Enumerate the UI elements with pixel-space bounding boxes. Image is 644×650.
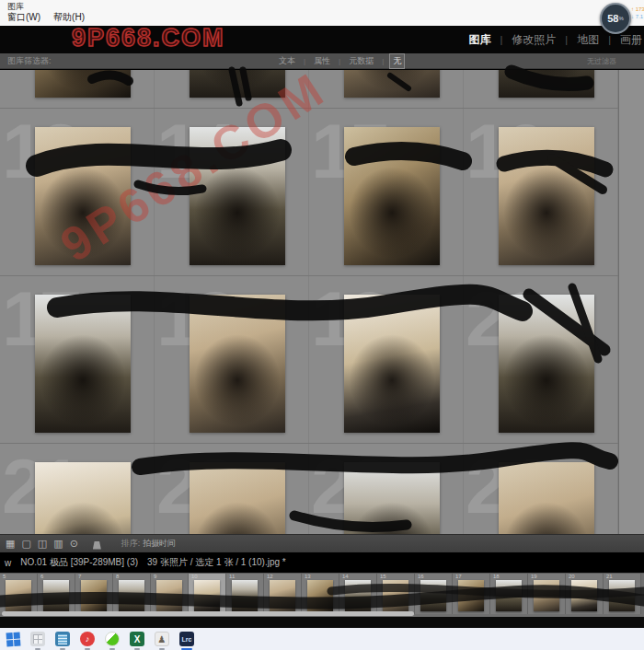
loupe-view-icon[interactable]: ▢ — [21, 539, 30, 549]
photo-thumbnail[interactable] — [35, 462, 131, 534]
photo-thumbnail[interactable] — [190, 295, 285, 433]
grid-cell-21[interactable]: 21 — [0, 444, 155, 534]
grid-cell-24[interactable]: 24 — [464, 444, 618, 534]
filmstrip-thumbnail[interactable] — [345, 580, 371, 611]
photo-thumbnail[interactable] — [35, 127, 131, 265]
taskbar-app-notepad[interactable] — [54, 631, 71, 647]
filmstrip-thumbnail[interactable] — [43, 580, 69, 611]
filmstrip-thumbnail[interactable] — [194, 580, 220, 611]
module-tab-2[interactable]: 地图 — [577, 32, 599, 48]
grid-cell-13[interactable]: 13 — [0, 109, 155, 275]
module-tab-0[interactable]: 图库 — [468, 32, 490, 48]
photo-thumbnail[interactable] — [344, 127, 440, 265]
grid-cell-19[interactable]: 19 — [309, 276, 464, 443]
menu-item-window[interactable]: 窗口(W) — [7, 11, 40, 24]
grid-cell-9[interactable]: 9 — [0, 70, 155, 108]
filmstrip-thumbnail[interactable] — [534, 580, 559, 611]
grid-cell-22[interactable]: 22 — [155, 444, 309, 534]
grid-cell-16[interactable]: 16 — [464, 109, 618, 275]
grid-cell-14[interactable]: 14 — [155, 109, 309, 275]
filmstrip-thumbnail[interactable] — [307, 580, 333, 611]
compare-view-icon[interactable]: ◫ — [38, 539, 47, 549]
grid-cell-18[interactable]: 18 — [155, 276, 309, 443]
grid-view-icon[interactable]: ▦ — [6, 539, 15, 549]
filmstrip-thumbnail[interactable] — [81, 580, 107, 611]
performance-overlay-badge[interactable]: 58% — [600, 3, 631, 34]
filmstrip-thumbnail[interactable] — [383, 580, 408, 611]
photo-thumbnail[interactable] — [499, 462, 594, 534]
photo-thumbnail[interactable] — [344, 70, 440, 98]
right-panel-collapsed[interactable] — [618, 70, 644, 534]
filmstrip-item-13[interactable]: 13 — [302, 574, 339, 614]
filmstrip-thumbnail[interactable] — [571, 580, 597, 611]
filmstrip-item-18[interactable]: 18 — [490, 574, 528, 614]
filmstrip-item-19[interactable]: 19 — [528, 574, 566, 614]
taskbar-app-green-app[interactable] — [104, 631, 121, 647]
photo-thumbnail[interactable] — [190, 127, 285, 265]
grid-cell-23[interactable]: 23 — [309, 444, 464, 534]
filmstrip-item-21[interactable]: 21 — [604, 574, 641, 614]
filmstrip-thumbnail[interactable] — [156, 580, 182, 611]
filmstrip-item-9[interactable]: 9 — [151, 574, 189, 614]
filmstrip-thumbnail[interactable] — [609, 580, 635, 611]
sort-control[interactable]: 排序: 拍摄时间 — [121, 538, 176, 550]
taskbar-app-music[interactable]: ♪ — [79, 631, 96, 647]
filmstrip-item-7[interactable]: 7 — [75, 574, 113, 614]
filmstrip-item-8[interactable]: 8 — [113, 574, 151, 614]
module-tab-3[interactable]: 画册 — [620, 32, 642, 48]
filter-option-2[interactable]: 元数据 — [346, 54, 376, 68]
filmstrip-thumbnail[interactable] — [270, 580, 295, 611]
filmstrip-thumbnail[interactable] — [420, 580, 446, 611]
filmstrip-item-6[interactable]: 6 — [38, 574, 75, 614]
filmstrip-scrollbar[interactable] — [2, 611, 414, 616]
people-view-icon[interactable]: ⊙ — [70, 539, 78, 549]
module-tab-1[interactable]: 修改照片 — [512, 32, 556, 48]
filmstrip-item-12[interactable]: 12 — [264, 574, 302, 614]
lightroom-window: 图库 窗口(W)帮助(H) 58% ↑ 173 ↓ 7.1 9P668.COM … — [0, 0, 644, 650]
filmstrip-item-14[interactable]: 14 — [339, 574, 377, 614]
photo-thumbnail[interactable] — [35, 295, 131, 433]
taskbar-app-excel[interactable]: X — [129, 631, 145, 647]
taskbar-app-lightroom[interactable]: Lrc — [178, 631, 195, 647]
filmstrip-thumbnail[interactable] — [232, 580, 258, 611]
taskbar-app-calculator[interactable] — [29, 631, 46, 647]
menu-item-help[interactable]: 帮助(H) — [53, 11, 85, 24]
taskbar-app-start[interactable] — [5, 631, 21, 647]
grid-cell-17[interactable]: 17 — [0, 276, 155, 443]
taskbar-app-figure-app[interactable]: ♟ — [154, 631, 170, 647]
photo-thumbnail[interactable] — [499, 295, 594, 433]
filmstrip-thumbnail[interactable] — [458, 580, 484, 611]
filter-option-3[interactable]: 无 — [389, 53, 405, 69]
filmstrip-thumbnail[interactable] — [119, 580, 144, 611]
filmstrip-item-15[interactable]: 15 — [377, 574, 415, 614]
filmstrip-thumbnail[interactable] — [496, 580, 522, 611]
filmstrip-item-5[interactable]: 5 — [0, 574, 38, 614]
filmstrip-item-20[interactable]: 20 — [566, 574, 604, 614]
windows-taskbar: ♪X♟Lrc — [0, 628, 644, 650]
grid-cell-10[interactable]: 10 — [155, 70, 309, 108]
filter-option-1[interactable]: 属性 — [311, 54, 333, 68]
catalog-name[interactable]: NO.01 极品 [39P-289MB] (3) — [20, 556, 138, 569]
grid-cell-12[interactable]: 12 — [464, 70, 618, 108]
filmstrip-item-17[interactable]: 17 — [453, 574, 490, 614]
survey-view-icon[interactable]: ▥ — [53, 539, 63, 549]
grid-cell-11[interactable]: 11 — [309, 70, 464, 108]
photo-thumbnail[interactable] — [190, 70, 285, 98]
photo-thumbnail[interactable] — [499, 127, 594, 265]
photo-thumbnail[interactable] — [190, 462, 285, 534]
filmstrip-item-11[interactable]: 11 — [226, 574, 264, 614]
filter-preset-dropdown[interactable]: 无过滤器 — [587, 56, 616, 66]
painter-spray-icon[interactable] — [93, 539, 101, 550]
photo-thumbnail[interactable] — [344, 462, 440, 534]
figure-app-icon: ♟ — [155, 632, 169, 646]
filmstrip-item-10[interactable]: 10 — [189, 574, 226, 614]
photo-thumbnail[interactable] — [35, 70, 131, 98]
filmstrip-index: 6 — [40, 574, 43, 579]
photo-thumbnail[interactable] — [344, 295, 440, 433]
filmstrip-thumbnail[interactable] — [6, 580, 31, 611]
filter-option-0[interactable]: 文本 — [276, 54, 298, 68]
filmstrip-item-16[interactable]: 16 — [415, 574, 453, 614]
photo-thumbnail[interactable] — [499, 70, 594, 98]
grid-cell-15[interactable]: 15 — [309, 109, 464, 275]
grid-cell-20[interactable]: 20 — [464, 276, 618, 443]
